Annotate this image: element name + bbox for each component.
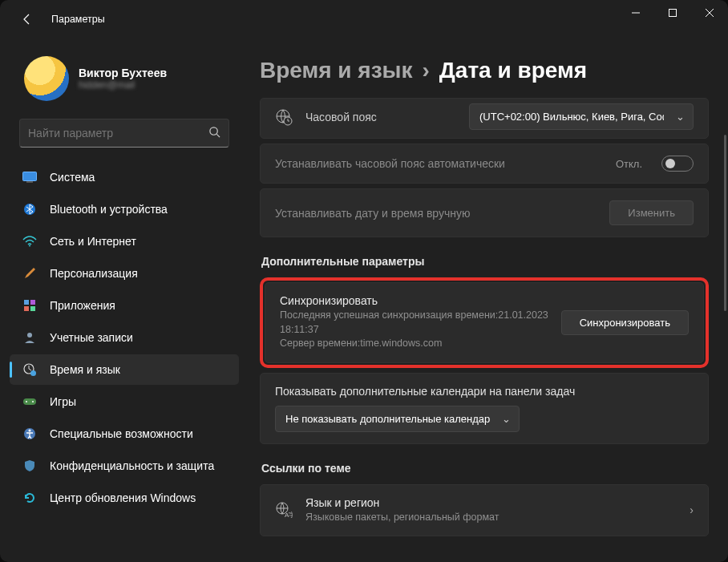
nav-accounts[interactable]: Учетные записи	[10, 322, 239, 353]
nav-label: Время и язык	[50, 363, 120, 376]
search-input[interactable]	[28, 127, 208, 139]
avatar	[24, 56, 69, 101]
chevron-down-icon: ⌄	[676, 111, 685, 123]
profile-name: Виктор Бухтеев	[79, 67, 167, 79]
titlebar: Параметры	[0, 0, 728, 38]
nav-system[interactable]: Система	[10, 162, 239, 192]
calendars-select[interactable]: Не показывать дополнительные календар ⌄	[275, 406, 520, 432]
svg-rect-10	[24, 306, 29, 311]
nav-label: Bluetooth и устройства	[50, 203, 168, 216]
search-icon	[208, 126, 220, 141]
nav-accessibility[interactable]: Специальные возможности	[10, 418, 239, 449]
sync-server: Сервер времени:time.windows.com	[280, 337, 550, 351]
update-icon	[22, 491, 37, 505]
nav-label: Персонализация	[50, 267, 138, 280]
nav-time-language[interactable]: Время и язык	[10, 354, 239, 385]
manual-datetime-row: Устанавливать дату и время вручную Измен…	[260, 188, 709, 237]
svg-point-19	[29, 430, 31, 432]
sync-row: Синхронизировать Последняя успешная синх…	[265, 282, 704, 363]
clock-globe-icon	[22, 362, 37, 377]
svg-text:A字: A字	[285, 511, 293, 519]
close-button[interactable]	[691, 0, 728, 26]
svg-point-16	[26, 401, 27, 402]
nav-label: Специальные возможности	[50, 427, 193, 440]
minimize-button[interactable]	[617, 0, 654, 26]
nav-network[interactable]: Сеть и Интернет	[10, 226, 239, 257]
nav-label: Приложения	[50, 299, 115, 312]
timezone-value: (UTC+02:00) Вильнюс, Киев, Рига, София, …	[479, 111, 664, 123]
lang-region-sub: Языковые пакеты, региональный формат	[305, 511, 678, 525]
calendars-row[interactable]: Показывать дополнительные календари на п…	[260, 373, 709, 444]
maximize-button[interactable]	[654, 0, 691, 26]
nav-windows-update[interactable]: Центр обновления Windows	[10, 483, 239, 513]
section-related: Ссылки по теме	[261, 462, 709, 475]
svg-rect-9	[30, 300, 35, 305]
wifi-icon	[22, 234, 37, 249]
nav-privacy[interactable]: Конфиденциальность и защита	[10, 451, 239, 481]
scrollbar[interactable]	[724, 135, 726, 311]
svg-rect-11	[30, 306, 35, 311]
sync-last: Последняя успешная синхронизация времени…	[280, 309, 550, 337]
manual-label: Устанавливать дату и время вручную	[275, 207, 471, 220]
sync-title: Синхронизировать	[280, 294, 550, 307]
svg-point-2	[210, 127, 217, 134]
brush-icon	[22, 266, 37, 281]
svg-point-14	[30, 370, 36, 376]
timezone-row[interactable]: Часовой пояс (UTC+02:00) Вильнюс, Киев, …	[260, 98, 709, 139]
svg-rect-1	[669, 10, 677, 17]
breadcrumb-root[interactable]: Время и язык	[260, 58, 413, 83]
chevron-down-icon: ⌄	[502, 413, 511, 425]
window-title: Параметры	[51, 14, 105, 25]
profile-email: hidden@mail	[79, 79, 167, 91]
section-additional: Дополнительные параметры	[261, 255, 709, 268]
shield-icon	[22, 459, 37, 473]
globe-clock-icon	[275, 108, 294, 126]
breadcrumb-current: Дата и время	[439, 58, 587, 83]
nav-label: Сеть и Интернет	[50, 235, 136, 248]
search-box[interactable]	[19, 119, 229, 148]
svg-point-12	[27, 333, 32, 338]
nav-label: Конфиденциальность и защита	[50, 459, 214, 472]
lang-region-title: Язык и регион	[305, 496, 678, 509]
nav-label: Центр обновления Windows	[50, 491, 196, 504]
timezone-select[interactable]: (UTC+02:00) Вильнюс, Киев, Рига, София, …	[469, 103, 694, 130]
calendars-label: Показывать дополнительные календари на п…	[275, 385, 694, 398]
monitor-icon	[22, 170, 37, 184]
nav-label: Система	[50, 171, 95, 184]
chevron-right-icon: ›	[423, 58, 430, 83]
calendars-value: Не показывать дополнительные календар	[285, 413, 490, 425]
svg-rect-4	[23, 172, 37, 181]
chevron-right-icon: ›	[690, 503, 694, 516]
auto-tz-label: Устанавливать часовой пояс автоматически	[275, 157, 505, 170]
nav-label: Игры	[50, 395, 76, 408]
person-icon	[22, 330, 37, 345]
sidebar: Виктор Бухтеев hidden@mail Система Bluet…	[0, 38, 249, 562]
back-button[interactable]	[16, 8, 38, 30]
change-button[interactable]: Изменить	[609, 200, 694, 225]
timezone-label: Часовой пояс	[305, 111, 377, 123]
breadcrumb: Время и язык › Дата и время	[260, 58, 709, 83]
accessibility-icon	[22, 427, 37, 441]
svg-rect-15	[23, 398, 36, 405]
svg-line-3	[216, 134, 220, 137]
nav-gaming[interactable]: Игры	[10, 386, 239, 417]
svg-rect-8	[24, 300, 29, 305]
globe-text-icon: A字	[275, 501, 294, 519]
svg-point-7	[29, 245, 30, 247]
toggle-state: Откл.	[616, 158, 642, 170]
auto-timezone-row: Устанавливать часовой пояс автоматически…	[260, 144, 709, 184]
gamepad-icon	[22, 394, 37, 409]
profile[interactable]: Виктор Бухтеев hidden@mail	[10, 48, 239, 115]
bluetooth-icon	[22, 202, 37, 216]
svg-rect-5	[26, 182, 33, 183]
nav-bluetooth[interactable]: Bluetooth и устройства	[10, 194, 239, 224]
main: Время и язык › Дата и время Часовой пояс…	[249, 38, 728, 562]
language-region-row[interactable]: A字 Язык и регион Языковые пакеты, регион…	[260, 484, 709, 537]
nav: Система Bluetooth и устройства Сеть и Ин…	[10, 162, 239, 513]
sync-button[interactable]: Синхронизировать	[561, 310, 689, 335]
apps-icon	[22, 298, 37, 313]
nav-apps[interactable]: Приложения	[10, 290, 239, 321]
nav-personalization[interactable]: Персонализация	[10, 258, 239, 289]
auto-tz-toggle[interactable]	[661, 156, 694, 172]
nav-label: Учетные записи	[50, 331, 133, 344]
